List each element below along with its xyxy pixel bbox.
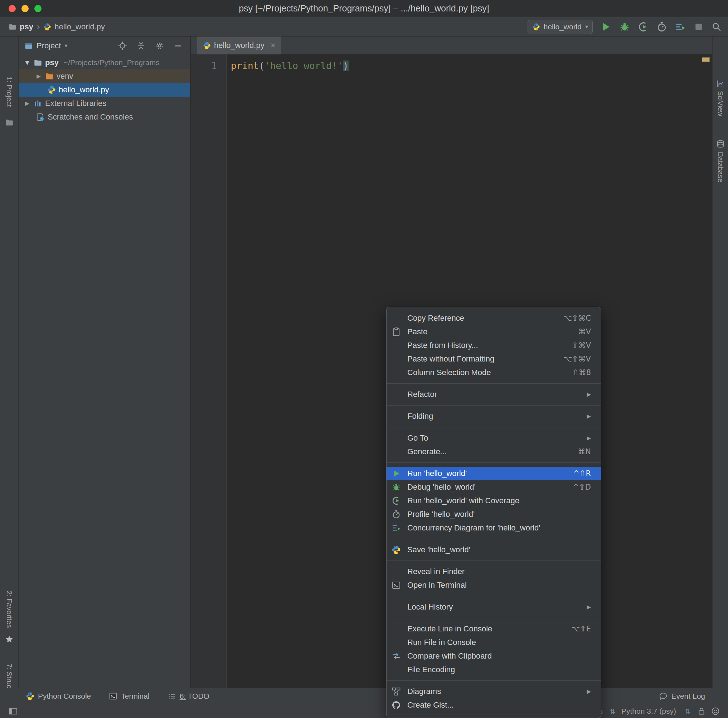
sciview-icon[interactable] (716, 80, 725, 88)
submenu-arrow-icon: ▶ (576, 413, 591, 419)
scrollbar-warning-marker[interactable] (702, 57, 710, 62)
menu-item-copy-reference[interactable]: Copy Reference ⌥⇧⌘C (387, 311, 601, 325)
search-everywhere-button[interactable] (711, 22, 722, 32)
compare-icon (392, 651, 401, 661)
tree-row-psy[interactable]: ▼ psy ~/Projects/Python_Programs (18, 56, 190, 69)
tree-collapsed-icon[interactable]: ▶ (24, 100, 31, 107)
menu-item-create-gist[interactable]: Create Gist... (387, 698, 601, 712)
menu-item-label: Copy Reference (407, 314, 464, 323)
chevron-down-icon[interactable]: ▾ (64, 42, 67, 49)
tool-button-sciview[interactable]: SciView (716, 91, 725, 116)
close-window-button[interactable] (9, 5, 16, 12)
menu-item-save-hello-world[interactable]: Save 'hello_world' (387, 543, 601, 557)
project-panel-title[interactable]: Project (37, 41, 61, 51)
run-icon (392, 469, 401, 478)
menu-item-file-encoding[interactable]: File Encoding (387, 663, 601, 677)
menu-item-run-file-in-console[interactable]: Run File in Console (387, 636, 601, 649)
menu-item-label: Paste (407, 327, 427, 337)
chevron-right-icon: › (37, 21, 40, 32)
toggle-tool-buttons-icon[interactable] (9, 707, 18, 716)
profiler-icon (392, 510, 401, 519)
ide-status-face-icon[interactable] (711, 707, 720, 716)
menu-separator (387, 462, 601, 463)
menu-item-column-selection-mode[interactable]: Column Selection Mode ⇧⌘8 (387, 366, 601, 380)
menu-item-paste-from-history[interactable]: Paste from History... ⇧⌘V (387, 338, 601, 352)
code-line[interactable]: print('hello world!') (226, 54, 349, 688)
database-icon[interactable] (716, 139, 725, 148)
tree-row-external-libraries[interactable]: ▶ External Libraries (18, 96, 190, 110)
folder-icon[interactable] (5, 118, 14, 127)
collapse-all-icon[interactable] (136, 41, 146, 51)
menu-item-reveal-in-finder[interactable]: Reveal in Finder (387, 565, 601, 579)
menu-item-shortcut: ^⇧D (562, 483, 591, 491)
tree-row-venv[interactable]: ▶ venv (18, 69, 190, 83)
menu-item-label: Save 'hello_world' (407, 545, 470, 554)
tool-button-python-console[interactable]: Python Console (26, 692, 91, 700)
menu-item-run-hello-world[interactable]: Run 'hello_world' ^⇧R (387, 467, 601, 480)
tool-button-event-log[interactable]: Event Log (659, 692, 705, 700)
breadcrumb-project[interactable]: psy (20, 22, 33, 32)
close-icon[interactable]: × (271, 40, 275, 51)
menu-item-paste-without-formatting[interactable]: Paste without Formatting ⌥⇧⌘V (387, 352, 601, 366)
menu-item-generate[interactable]: Generate... ⌘N (387, 445, 601, 459)
menu-item-debug-hello-world[interactable]: Debug 'hello_world' ^⇧D (387, 480, 601, 494)
menu-item-local-history[interactable]: Local History ▶ (387, 600, 601, 614)
menu-item-refactor[interactable]: Refactor ▶ (387, 387, 601, 401)
tool-button-favorites[interactable]: 2: Favorites (5, 591, 13, 628)
tab-hello-world[interactable]: hello_world.py × (197, 37, 281, 54)
menu-item-label: Column Selection Mode (407, 368, 491, 377)
tool-button-project[interactable]: 1: Project (5, 77, 13, 107)
debug-button[interactable] (619, 21, 630, 32)
line-number: 1 (211, 60, 217, 71)
tree-collapsed-icon[interactable]: ▶ (35, 73, 42, 80)
tree-row-hello-world[interactable]: hello_world.py (18, 83, 190, 96)
menu-item-label: Local History (407, 602, 453, 612)
menu-item-go-to[interactable]: Go To ▶ (387, 431, 601, 445)
menu-item-label: Create Gist... (407, 700, 454, 710)
interpreter-status[interactable]: Python 3.7 (psy) (621, 707, 676, 715)
lock-icon[interactable] (697, 707, 706, 715)
icon-slot (392, 700, 407, 710)
minimize-window-button[interactable] (21, 5, 29, 12)
profile-button[interactable] (656, 21, 667, 32)
menu-item-compare-with-clipboard[interactable]: Compare with Clipboard (387, 649, 601, 663)
coverage-icon (392, 496, 401, 505)
zoom-window-button[interactable] (34, 5, 41, 12)
menu-item-label: File Encoding (407, 665, 455, 674)
menu-item-diagrams[interactable]: Diagrams ▶ (387, 685, 601, 698)
concurrency-icon (392, 523, 401, 533)
hide-panel-icon[interactable] (174, 41, 183, 51)
menu-item-folding[interactable]: Folding ▶ (387, 409, 601, 423)
star-icon[interactable] (5, 635, 14, 643)
tool-button-todo[interactable]: 6: TODO (168, 692, 210, 700)
menu-item-execute-line-in-console[interactable]: Execute Line in Console ⌥⇧E (387, 622, 601, 636)
gear-icon[interactable] (155, 41, 164, 51)
run-configuration-select[interactable]: hello_world ▾ (528, 20, 593, 34)
menu-item-open-in-terminal[interactable]: Open in Terminal (387, 579, 601, 592)
paste-icon (392, 327, 401, 337)
menu-item-run-with-coverage[interactable]: Run 'hello_world' with Coverage (387, 494, 601, 508)
menu-separator (387, 427, 601, 427)
menu-item-profile[interactable]: Profile 'hello_world' (387, 508, 601, 521)
menu-item-paste[interactable]: Paste ⌘V (387, 325, 601, 338)
menu-item-shortcut: ⌘N (567, 447, 591, 456)
concurrency-diagram-button[interactable] (675, 21, 686, 32)
menu-item-label: Go To (407, 433, 428, 443)
menu-item-label: Paste from History... (407, 341, 478, 350)
run-button[interactable] (601, 21, 611, 32)
tool-button-database[interactable]: Database (716, 152, 725, 182)
locate-file-icon[interactable] (118, 41, 127, 51)
tree-row-scratches[interactable]: Scratches and Consoles (18, 110, 190, 124)
menu-item-label: Run 'hello_world' (407, 469, 467, 478)
menu-item-label: Open in Terminal (407, 580, 467, 590)
icon-slot (392, 482, 407, 492)
tree-expanded-icon[interactable]: ▼ (24, 60, 31, 66)
tree-item-name: psy (45, 58, 59, 67)
menu-item-concurrency-diagram[interactable]: Concurrency Diagram for 'hello_world' (387, 521, 601, 535)
run-with-coverage-button[interactable] (638, 21, 648, 32)
tool-button-terminal[interactable]: Terminal (109, 692, 149, 700)
folder-icon (9, 23, 17, 31)
event-log-icon (659, 692, 667, 700)
run-toolbar: hello_world ▾ (528, 20, 722, 34)
breadcrumb-file[interactable]: hello_world.py (54, 22, 105, 32)
